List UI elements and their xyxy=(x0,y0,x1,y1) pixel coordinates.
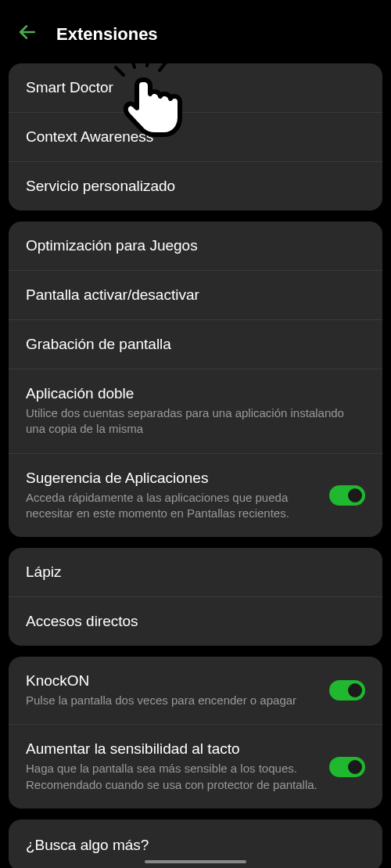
settings-group-2: Optimización para Juegos Pantalla activa… xyxy=(9,222,382,537)
item-sensibilidad-tacto[interactable]: Aumentar la sensibilidad al tacto Haga q… xyxy=(9,725,382,809)
page-title: Extensiones xyxy=(56,24,158,45)
back-arrow-icon[interactable] xyxy=(17,22,38,46)
content: Smart Doctor Context Awareness Servicio … xyxy=(0,63,391,868)
footer-title: ¿Busca algo más? xyxy=(26,837,365,854)
item-title: Context Awareness xyxy=(26,128,356,146)
item-title: Servicio personalizado xyxy=(26,178,356,195)
home-indicator[interactable] xyxy=(145,860,246,863)
item-servicio-personalizado[interactable]: Servicio personalizado xyxy=(9,162,382,211)
item-lapiz[interactable]: Lápiz xyxy=(9,548,382,597)
item-aplicacion-doble[interactable]: Aplicación doble Utilice dos cuentas sep… xyxy=(9,369,382,454)
settings-group-4: KnockON Pulse la pantalla dos veces para… xyxy=(9,657,382,809)
item-smart-doctor[interactable]: Smart Doctor xyxy=(9,63,382,113)
item-optimizacion-juegos[interactable]: Optimización para Juegos xyxy=(9,222,382,271)
item-context-awareness[interactable]: Context Awareness xyxy=(9,113,382,162)
item-sugerencia-aplicaciones[interactable]: Sugerencia de Aplicaciones Acceda rápida… xyxy=(9,454,382,538)
toggle-switch[interactable] xyxy=(329,680,365,701)
item-subtitle: Haga que la pantalla sea más sensible a … xyxy=(26,761,320,793)
item-title: Smart Doctor xyxy=(26,79,356,96)
item-subtitle: Acceda rápidamente a las aplicaciones qu… xyxy=(26,490,320,522)
item-subtitle: Utilice dos cuentas separadas para una a… xyxy=(26,405,356,438)
item-title: Aplicación doble xyxy=(26,385,356,402)
header: Extensiones xyxy=(0,0,391,63)
item-subtitle: Pulse la pantalla dos veces para encende… xyxy=(26,693,320,708)
item-title: Grabación de pantalla xyxy=(26,336,356,353)
item-title: Accesos directos xyxy=(26,613,356,630)
item-title: KnockON xyxy=(26,672,320,690)
settings-group-3: Lápiz Accesos directos xyxy=(9,548,382,646)
item-grabacion-pantalla[interactable]: Grabación de pantalla xyxy=(9,320,382,369)
toggle-switch[interactable] xyxy=(329,485,365,506)
item-pantalla-activar[interactable]: Pantalla activar/desactivar xyxy=(9,271,382,320)
item-knockon[interactable]: KnockON Pulse la pantalla dos veces para… xyxy=(9,657,382,725)
item-title: Aumentar la sensibilidad al tacto xyxy=(26,740,320,758)
item-title: Pantalla activar/desactivar xyxy=(26,286,356,304)
item-title: Sugerencia de Aplicaciones xyxy=(26,470,320,487)
toggle-switch[interactable] xyxy=(329,757,365,777)
settings-group-1: Smart Doctor Context Awareness Servicio … xyxy=(9,63,382,211)
item-title: Lápiz xyxy=(26,564,356,581)
item-accesos-directos[interactable]: Accesos directos xyxy=(9,597,382,646)
item-title: Optimización para Juegos xyxy=(26,237,356,254)
